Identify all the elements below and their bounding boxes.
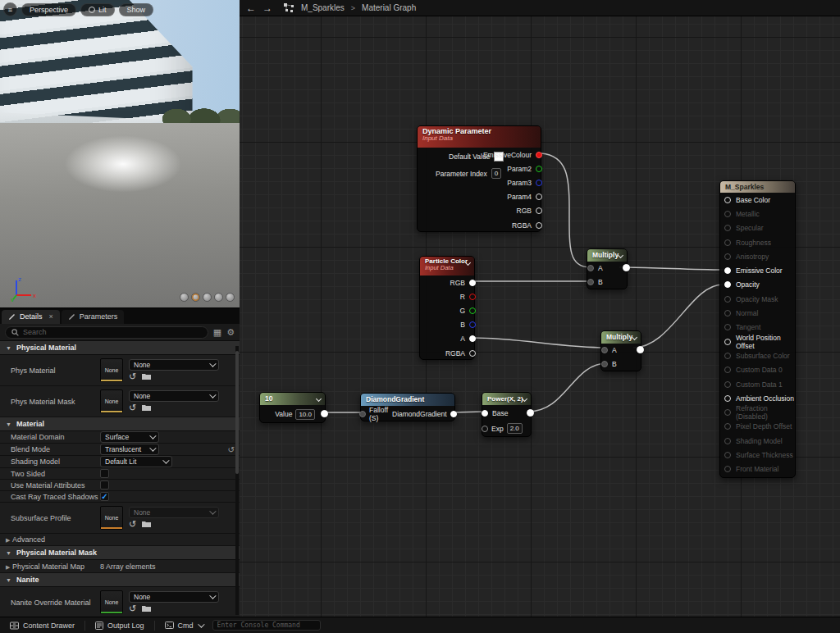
pin-emissive-color[interactable]: [724, 267, 731, 274]
reset-to-default-icon[interactable]: ↺: [228, 445, 235, 454]
section-physical-material[interactable]: ▼Physical Material: [0, 341, 240, 355]
result-pin-row[interactable]: Front Material: [720, 462, 795, 476]
output-pin-row[interactable]: R: [420, 289, 472, 303]
tab-parameters[interactable]: Parameters: [62, 310, 125, 324]
shape-cylinder-button[interactable]: [180, 293, 189, 302]
pin-b[interactable]: [601, 361, 608, 367]
node-header[interactable]: Multiply: [601, 331, 641, 344]
pin-custom-data-1[interactable]: [724, 381, 731, 388]
input-pin-row[interactable]: Exp2.0: [482, 421, 531, 436]
node-result-m-sparkles[interactable]: M_Sparkles Base Color Metallic Specular …: [719, 180, 796, 478]
shape-mesh-button[interactable]: [226, 293, 235, 302]
back-button[interactable]: ←: [246, 2, 256, 14]
pin-metallic[interactable]: [724, 211, 731, 217]
row-physical-material-map[interactable]: ▶ Physical Material Map 8 Array elements: [0, 560, 240, 573]
input-pin-row[interactable]: A: [587, 262, 627, 275]
phys-material-dropdown[interactable]: None: [129, 359, 219, 371]
result-pin-row[interactable]: Pixel Depth Offset: [720, 420, 795, 434]
input-pin-row[interactable]: Base: [482, 405, 531, 421]
pin-b[interactable]: [587, 279, 594, 285]
node-header[interactable]: Dynamic Parameter Input Data: [418, 126, 541, 148]
result-pin-row[interactable]: Normal: [720, 306, 795, 320]
node-multiply-1[interactable]: Multiply A B: [587, 248, 628, 289]
shape-plane-button[interactable]: [203, 293, 212, 302]
section-physical-material-mask[interactable]: ▼Physical Material Mask: [0, 546, 240, 560]
use-selected-asset-icon[interactable]: ↺: [129, 403, 136, 412]
forward-button[interactable]: →: [262, 2, 272, 14]
asset-thumbnail[interactable]: None: [100, 590, 123, 614]
pin-base[interactable]: [482, 410, 488, 417]
pin-anisotropy[interactable]: [724, 253, 731, 260]
input-pin-row[interactable]: Falloff (S): [363, 406, 388, 422]
input-pin-row[interactable]: A: [601, 344, 641, 357]
shape-sphere-button[interactable]: [191, 293, 200, 302]
pin-refraction[interactable]: [724, 409, 731, 416]
pin-a[interactable]: [601, 347, 608, 353]
result-pin-row[interactable]: Roughness: [720, 235, 795, 249]
result-pin-row[interactable]: Custom Data 0: [720, 363, 795, 377]
details-scrollbar[interactable]: [235, 346, 239, 615]
cast-ray-traced-shadows-checkbox[interactable]: ✓: [100, 492, 109, 501]
node-header[interactable]: M_Sparkles: [720, 181, 795, 193]
result-pin-row[interactable]: Base Color: [720, 193, 795, 207]
result-pin-row[interactable]: Opacity Mask: [720, 292, 795, 306]
pin-base-color[interactable]: [724, 197, 731, 203]
node-header[interactable]: Multiply: [587, 249, 627, 262]
output-pin-row[interactable]: Param3: [468, 175, 539, 189]
pin-g[interactable]: [469, 307, 476, 314]
search-input[interactable]: [23, 328, 202, 336]
use-selected-asset-icon[interactable]: ↺: [129, 604, 136, 613]
result-pin-row[interactable]: Refraction (Disabled): [720, 405, 795, 419]
pin-b[interactable]: [469, 321, 476, 328]
pin-tangent[interactable]: [724, 324, 731, 330]
pin-world-position-offset[interactable]: [724, 339, 731, 345]
use-material-attributes-checkbox[interactable]: [100, 480, 109, 490]
browse-to-asset-icon[interactable]: [142, 605, 151, 613]
shape-cube-button[interactable]: [214, 293, 223, 302]
phys-material-mask-dropdown[interactable]: None: [129, 390, 219, 402]
pin-custom-data-0[interactable]: [724, 367, 731, 373]
section-material[interactable]: ▼Material: [0, 417, 240, 431]
node-multiply-2[interactable]: Multiply A B: [600, 330, 641, 371]
content-drawer-button[interactable]: Content Drawer: [5, 619, 80, 632]
pin-ambient-occlusion[interactable]: [724, 395, 731, 402]
pin-param4[interactable]: [536, 194, 542, 200]
input-pin-row[interactable]: B: [587, 275, 627, 289]
node-header[interactable]: Power(X, 2): [482, 393, 531, 405]
preview-viewport[interactable]: ≡ Perspective Lit Show z x y: [0, 0, 240, 307]
pin-surface-thickness[interactable]: [724, 452, 731, 458]
pin-subsurface-color[interactable]: [724, 353, 731, 359]
breadcrumb-asset[interactable]: M_Sparkles: [301, 3, 345, 12]
two-sided-checkbox[interactable]: [100, 469, 109, 478]
node-header[interactable]: Particle Color Input Data: [420, 257, 474, 276]
result-pin-row[interactable]: Emissive Color: [720, 263, 795, 277]
output-pin-row[interactable]: RGB: [468, 204, 539, 218]
pin-output[interactable]: [637, 346, 644, 353]
result-pin-row[interactable]: World Position Offset: [720, 335, 795, 348]
row-advanced[interactable]: ▶ Advanced: [0, 534, 240, 546]
result-pin-row[interactable]: Surface Thickness: [720, 448, 795, 462]
material-domain-dropdown[interactable]: Surface: [100, 431, 159, 443]
nanite-override-material-dropdown[interactable]: None: [129, 591, 219, 603]
exp-input[interactable]: 2.0: [507, 423, 523, 434]
result-pin-row[interactable]: Shading Model: [720, 434, 795, 448]
output-pin-row[interactable]: RGB: [420, 276, 472, 289]
result-pin-row[interactable]: Metallic: [720, 207, 795, 221]
material-graph-canvas[interactable]: Dynamic Parameter Input Data Default Val…: [240, 0, 840, 617]
asset-thumbnail[interactable]: None: [100, 389, 123, 413]
value-input[interactable]: 10.0: [295, 409, 315, 420]
output-pin-row[interactable]: Param4: [468, 190, 539, 204]
pin-specular[interactable]: [724, 225, 731, 231]
pin-rgb[interactable]: [469, 280, 476, 286]
browse-to-asset-icon[interactable]: [142, 404, 151, 412]
close-icon[interactable]: ×: [49, 312, 53, 321]
result-pin-row[interactable]: Ambient Occlusion: [720, 391, 795, 405]
input-pin-row[interactable]: B: [601, 357, 641, 371]
section-nanite[interactable]: ▼Nanite: [0, 573, 240, 587]
pin-falloff[interactable]: [359, 411, 366, 417]
node-power[interactable]: Power(X, 2) Base Exp2.0: [482, 392, 532, 437]
node-dynamic-parameter[interactable]: Dynamic Parameter Input Data Default Val…: [417, 125, 541, 232]
output-log-button[interactable]: Output Log: [90, 619, 149, 632]
pin-a[interactable]: [469, 335, 476, 342]
result-pin-row[interactable]: Anisotropy: [720, 249, 795, 263]
